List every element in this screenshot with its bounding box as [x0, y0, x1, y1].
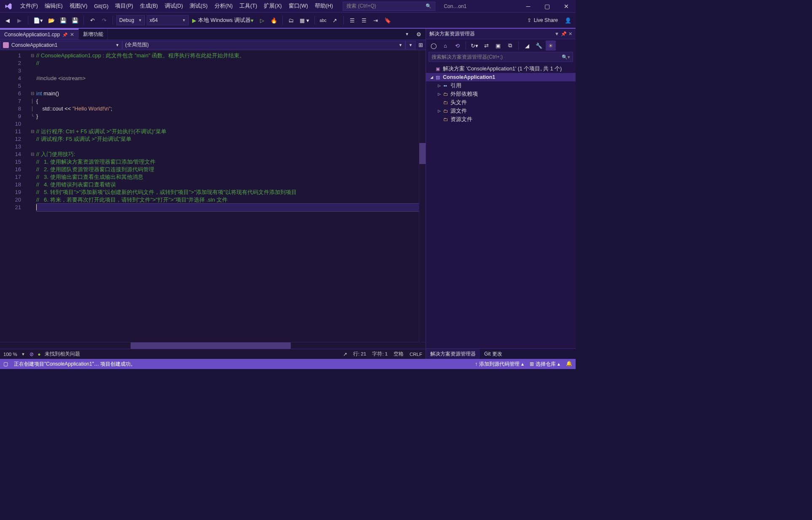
output-icon[interactable]: ▢ [3, 361, 8, 367]
undo-button[interactable]: ↶ [87, 15, 97, 26]
tree-node[interactable]: ▷🗀外部依赖项 [426, 90, 576, 98]
sync-button[interactable]: ⟲ [452, 40, 462, 51]
panel-pin-button[interactable]: 📌 [561, 31, 567, 37]
menu-item[interactable]: 测试(S) [186, 0, 211, 12]
menu-item[interactable]: Git(G) [91, 0, 112, 12]
line-ending[interactable]: CRLF [410, 352, 422, 357]
redo-button[interactable]: ↷ [99, 15, 109, 26]
split-button[interactable]: ⊞ [415, 40, 426, 51]
collapse-button[interactable]: ⇄ [481, 40, 491, 51]
close-button[interactable]: ✕ [557, 0, 576, 12]
tree-node[interactable]: ▣解决方案 'ConsoleApplication1' (1 个项目, 共 1 … [426, 65, 576, 73]
tree-node[interactable]: ▷🗀源文件 [426, 107, 576, 115]
close-tab-icon[interactable]: ✕ [70, 32, 74, 38]
layers-button[interactable]: ▦ ▾ [298, 15, 311, 26]
menu-item[interactable]: 项目(P) [112, 0, 137, 12]
live-share-button[interactable]: ⇪ Live Share [524, 17, 561, 23]
platform-dropdown[interactable]: x64▼ [147, 15, 189, 25]
new-project-button[interactable]: 📄▾ [32, 15, 45, 26]
start-nodebug-button[interactable]: ▷ [257, 15, 267, 26]
bookmark-button[interactable]: 🔖 [383, 15, 393, 26]
save-all-button[interactable]: 💾 [70, 15, 80, 26]
breadcrumb-project-dropdown[interactable]: ConsoleApplication1▼ [0, 41, 122, 49]
tree-node[interactable]: ◢▨ConsoleApplication1 [426, 73, 576, 81]
issues-status[interactable]: 未找到相关问题 [45, 351, 80, 357]
notifications-icon[interactable]: 🔔 [566, 361, 572, 368]
chevron-down-icon[interactable]: ▼ [21, 352, 25, 356]
minimize-button[interactable]: ─ [519, 0, 538, 12]
window-controls: ─ ▢ ✕ [519, 0, 576, 12]
code-content[interactable]: // ConsoleApplication1.cpp : 此文件包含 "main… [36, 50, 419, 342]
editor-tab[interactable]: ConsoleApplication1.cpp📌✕ [0, 29, 79, 40]
scrollbar-thumb[interactable] [131, 342, 291, 349]
start-debug-button[interactable]: ▶ 本地 Windows 调试器 ▾ [190, 15, 255, 26]
open-button[interactable]: 📂 [46, 15, 56, 26]
panel-tab[interactable]: Git 更改 [480, 349, 506, 359]
nav-back-button[interactable]: ◀ [3, 15, 13, 26]
copy-button[interactable]: ⧉ [505, 40, 515, 51]
expand-icon[interactable]: ◢ [429, 75, 434, 79]
expand-icon[interactable]: ▷ [436, 84, 442, 88]
insert-mode[interactable]: 空格 [394, 351, 404, 357]
arrow-icon[interactable]: ↗ [343, 351, 347, 357]
menu-item[interactable]: 生成(B) [137, 0, 161, 12]
cursor-line[interactable]: 行: 21 [353, 351, 366, 357]
config-dropdown[interactable]: Debug▼ [116, 15, 145, 25]
home-button[interactable]: ⌂ [440, 40, 450, 51]
tab-dropdown-button[interactable]: ▼ [402, 29, 412, 40]
editor-tab[interactable]: 新增功能 [79, 29, 108, 40]
fire-icon[interactable]: 🔥 [269, 15, 279, 26]
code-editor[interactable]: 123456789101112131415161718192021 ⊟⊟││└⊟… [0, 50, 426, 342]
solution-search-input[interactable]: 搜索解决方案资源管理器(Ctrl+;) 🔍▾ [429, 52, 573, 62]
menu-item[interactable]: 视图(V) [66, 0, 91, 12]
menu-item[interactable]: 帮助(H) [311, 0, 336, 12]
view-button[interactable]: ☀ [546, 40, 556, 51]
account-button[interactable]: 👤 [563, 15, 573, 26]
cursor-col[interactable]: 字符: 1 [372, 351, 388, 357]
select-repo-button[interactable]: ⊞ 选择仓库 ▴ [530, 361, 560, 368]
vertical-scrollbar[interactable] [419, 50, 426, 342]
browse-button[interactable]: 🗂 [286, 15, 296, 26]
abc-button[interactable]: abc [318, 15, 328, 26]
menu-item[interactable]: 文件(F) [17, 0, 41, 12]
breadcrumb-scope-dropdown[interactable]: (全局范围)▼ [122, 41, 405, 49]
tab-settings-button[interactable]: ⚙ [414, 29, 424, 40]
expand-icon[interactable]: ▷ [436, 92, 442, 96]
pin-icon[interactable]: 📌 [62, 32, 67, 37]
add-source-control-button[interactable]: ↑ 添加到源代码管理 ▴ [475, 361, 524, 368]
panel-tab[interactable]: 解决方案资源管理器 [426, 349, 480, 359]
expand-icon[interactable]: ▷ [436, 109, 442, 113]
fold-column[interactable]: ⊟⊟││└⊟⊟ [29, 50, 36, 342]
panel-title: 解决方案资源管理器 [429, 30, 475, 38]
arrow-button[interactable]: ↗ [330, 15, 340, 26]
menu-item[interactable]: 调试(D) [161, 0, 186, 12]
panel-close-button[interactable]: ✕ [568, 31, 572, 37]
properties-button[interactable]: ◢ [522, 40, 532, 51]
save-button[interactable]: 💾 [58, 15, 68, 26]
back-button[interactable]: ◯ [429, 40, 439, 51]
menu-item[interactable]: 工具(T) [236, 0, 260, 12]
global-search-input[interactable]: 搜索 (Ctrl+Q) 🔍 [343, 2, 435, 11]
uncomment-button[interactable]: ☰ [359, 15, 369, 26]
show-all-button[interactable]: ▣ [493, 40, 503, 51]
menu-item[interactable]: 编辑(E) [41, 0, 66, 12]
health-icon[interactable]: ⊘ [29, 351, 34, 357]
wrench-button[interactable]: 🔧 [534, 40, 544, 51]
nav-forward-button[interactable]: ▶ [14, 15, 24, 26]
breadcrumb-member-dropdown[interactable]: ▼ [405, 41, 415, 49]
comment-button[interactable]: ☰ [347, 15, 357, 26]
tree-node[interactable]: 🗀资源文件 [426, 115, 576, 124]
menu-item[interactable]: 分析(N) [211, 0, 236, 12]
tree-node[interactable]: ▷▪▪引用 [426, 81, 576, 90]
panel-dropdown-button[interactable]: ▼ [555, 31, 559, 37]
scrollbar-thumb[interactable] [419, 143, 426, 164]
indent-button[interactable]: ⇥ [371, 15, 381, 26]
menu-item[interactable]: 扩展(X) [260, 0, 285, 12]
horizontal-scrollbar[interactable] [0, 342, 426, 349]
menu-item[interactable]: 窗口(W) [285, 0, 311, 12]
maximize-button[interactable]: ▢ [538, 0, 557, 12]
solution-tree[interactable]: ▣解决方案 'ConsoleApplication1' (1 个项目, 共 1 … [426, 64, 576, 348]
tree-node[interactable]: 🗀头文件 [426, 98, 576, 107]
refresh-button[interactable]: ↻▾ [469, 40, 480, 51]
zoom-level[interactable]: 100 % [3, 352, 17, 357]
